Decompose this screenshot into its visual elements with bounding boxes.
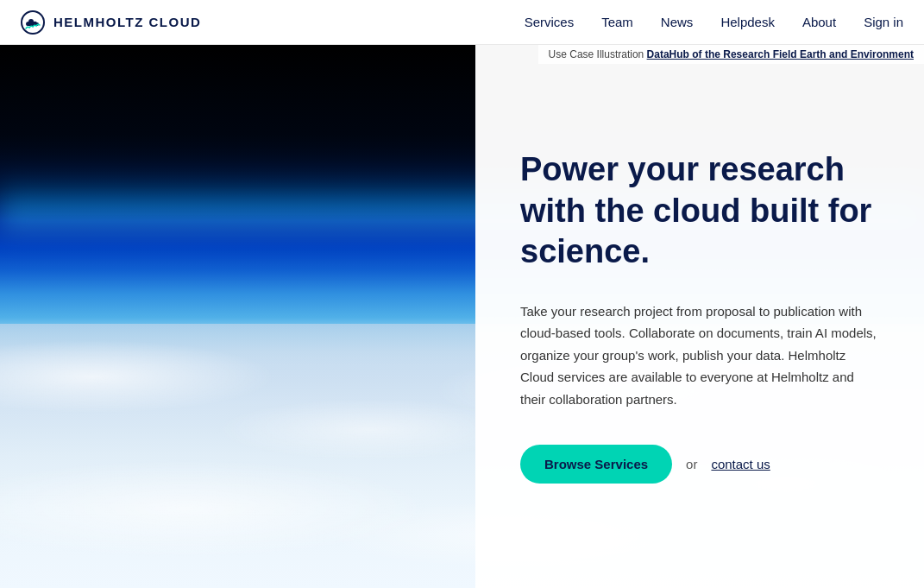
logo-text: HELMHOLTZ CLOUD [53, 15, 201, 29]
cloud-icon [21, 10, 45, 35]
nav-about[interactable]: About [802, 15, 836, 29]
site-header: HELMHOLTZ CLOUD Services Team News Helpd… [0, 0, 924, 45]
hero-description: Take your research project from proposal… [520, 300, 879, 411]
hero-section: Power your research with the cloud built… [0, 0, 924, 588]
nav-signin[interactable]: Sign in [864, 15, 903, 29]
nav-helpdesk[interactable]: Helpdesk [720, 15, 775, 29]
use-case-banner: Use Case Illustration DataHub of the Res… [538, 45, 924, 64]
main-nav: Services Team News Helpdesk About Sign i… [525, 15, 903, 29]
nav-news[interactable]: News [661, 15, 694, 29]
use-case-link[interactable]: DataHub of the Research Field Earth and … [647, 48, 914, 60]
nav-services[interactable]: Services [525, 15, 575, 29]
logo-area[interactable]: HELMHOLTZ CLOUD [21, 10, 201, 35]
hero-content-card: Power your research with the cloud built… [475, 45, 924, 588]
nav-team[interactable]: Team [601, 15, 633, 29]
browse-services-button[interactable]: Browse Services [520, 445, 672, 484]
use-case-prefix: Use Case Illustration [549, 48, 647, 60]
hero-title: Power your research with the cloud built… [520, 149, 879, 273]
cta-area: Browse Services or contact us [520, 445, 879, 484]
cta-separator: or [686, 457, 697, 471]
contact-link[interactable]: contact us [711, 457, 770, 471]
